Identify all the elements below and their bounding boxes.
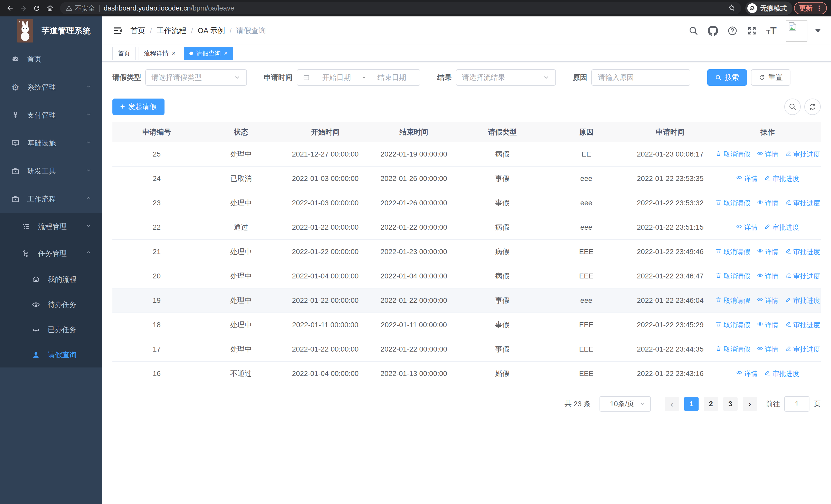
- cell-actions: 取消请假详情审批进度: [715, 321, 821, 329]
- home-icon[interactable]: [44, 2, 56, 14]
- cell-id: 16: [112, 369, 201, 378]
- browser-chrome: 不安全 dashboard.yudao.iocoder.cn/bpm/oa/le…: [0, 0, 831, 17]
- chevron-down-icon: [85, 222, 92, 231]
- cell-id: 25: [112, 150, 201, 158]
- sidebar-item[interactable]: 工作流程: [0, 185, 102, 213]
- action-cancel-leave[interactable]: 取消请假: [715, 296, 750, 305]
- update-button[interactable]: 更新 ⋮: [794, 2, 827, 14]
- action-approval-progress[interactable]: 审批进度: [785, 272, 820, 281]
- help-icon[interactable]: [727, 26, 738, 36]
- action-detail[interactable]: 详情: [757, 199, 778, 208]
- user-avatar[interactable]: [786, 20, 807, 41]
- sidebar-item-label: 待办任务: [48, 300, 77, 309]
- back-icon[interactable]: [4, 2, 16, 14]
- action-detail[interactable]: 详情: [736, 223, 757, 232]
- action-approval-progress[interactable]: 审批进度: [785, 345, 820, 354]
- action-approval-progress[interactable]: 审批进度: [785, 296, 820, 305]
- next-page-button[interactable]: ›: [743, 397, 757, 411]
- action-approval-progress[interactable]: 审批进度: [764, 369, 799, 378]
- sidebar-item[interactable]: ⚙系统管理: [0, 73, 102, 101]
- search-button[interactable]: 搜索: [707, 69, 747, 86]
- breadcrumb-item[interactable]: OA 示例: [198, 26, 225, 36]
- action-detail[interactable]: 详情: [736, 174, 757, 183]
- action-detail[interactable]: 详情: [757, 296, 778, 305]
- chevron-down-icon: [85, 167, 92, 175]
- action-detail[interactable]: 详情: [757, 345, 778, 354]
- github-icon[interactable]: [708, 26, 718, 36]
- sidebar-item[interactable]: 研发工具: [0, 157, 102, 185]
- sidebar-item[interactable]: 基础设施: [0, 129, 102, 157]
- page-button[interactable]: 2: [704, 397, 718, 411]
- bookmark-star-icon[interactable]: [728, 4, 736, 12]
- url-bar[interactable]: 不安全 dashboard.yudao.iocoder.cn/bpm/oa/le…: [60, 2, 741, 14]
- sidebar-item[interactable]: 支付管理: [0, 101, 102, 129]
- cell-actions: 详情审批进度: [715, 174, 821, 183]
- action-cancel-leave[interactable]: 取消请假: [715, 345, 750, 354]
- prev-page-button[interactable]: ‹: [665, 397, 679, 411]
- action-detail[interactable]: 详情: [757, 272, 778, 281]
- start-date-placeholder[interactable]: 开始日期: [314, 72, 359, 82]
- action-detail[interactable]: 详情: [757, 247, 778, 256]
- sidebar-item[interactable]: 请假查询: [0, 342, 102, 367]
- font-size-icon[interactable]: TT: [766, 26, 777, 36]
- trash-icon: [715, 248, 722, 256]
- sidebar-item[interactable]: 待办任务: [0, 292, 102, 317]
- tab[interactable]: 请假查询×: [184, 47, 233, 60]
- action-approval-progress[interactable]: 审批进度: [785, 321, 820, 329]
- sidebar-item-label: 已办任务: [48, 325, 77, 335]
- close-tab-icon[interactable]: ×: [224, 50, 228, 56]
- cell-start: 2022-01-04 00:00:00: [281, 272, 370, 280]
- sidebar-item[interactable]: 流程管理: [0, 213, 102, 240]
- leave-type-label: 请假类型: [112, 72, 141, 82]
- refresh-table-button[interactable]: [804, 98, 821, 115]
- collapse-sidebar-icon[interactable]: [112, 26, 123, 36]
- create-leave-button[interactable]: + 发起请假: [112, 98, 165, 115]
- tab[interactable]: 流程详情×: [139, 47, 181, 60]
- sidebar-item[interactable]: 我的流程: [0, 267, 102, 292]
- action-cancel-leave[interactable]: 取消请假: [715, 272, 750, 281]
- forward-icon[interactable]: [18, 2, 29, 14]
- action-cancel-leave[interactable]: 取消请假: [715, 321, 750, 329]
- action-label: 审批进度: [773, 223, 799, 232]
- sidebar-item[interactable]: 首页: [0, 45, 102, 73]
- page-button[interactable]: 3: [723, 397, 738, 411]
- eye-icon: [757, 345, 763, 353]
- apply-time-range-picker[interactable]: 开始日期 - 结束日期: [297, 69, 420, 86]
- action-cancel-leave[interactable]: 取消请假: [715, 150, 750, 159]
- result-select[interactable]: 请选择流结果: [456, 69, 556, 86]
- reset-button[interactable]: 重置: [751, 69, 791, 86]
- briefcase-icon: [11, 167, 20, 176]
- action-approval-progress[interactable]: 审批进度: [785, 199, 820, 208]
- breadcrumb-item[interactable]: 首页: [131, 26, 145, 36]
- breadcrumb-item[interactable]: 工作流程: [156, 26, 186, 36]
- avatar-dropdown-caret[interactable]: [815, 29, 821, 33]
- reload-icon[interactable]: [31, 2, 42, 14]
- show-search-button[interactable]: [784, 98, 801, 115]
- end-date-placeholder[interactable]: 结束日期: [370, 72, 414, 82]
- cell-start: 2022-01-03 00:00:00: [281, 175, 370, 183]
- browser-menu-icon[interactable]: ⋮: [815, 4, 823, 12]
- action-approval-progress[interactable]: 审批进度: [785, 247, 820, 256]
- sidebar-item-label: 我的流程: [48, 274, 77, 284]
- action-approval-progress[interactable]: 审批进度: [764, 174, 799, 183]
- goto-page-input[interactable]: [784, 396, 809, 412]
- action-cancel-leave[interactable]: 取消请假: [715, 247, 750, 256]
- header-search-icon[interactable]: [688, 26, 698, 36]
- action-approval-progress[interactable]: 审批进度: [785, 150, 820, 159]
- page-size-select[interactable]: 10条/页: [600, 396, 651, 412]
- fullscreen-icon[interactable]: [747, 26, 757, 36]
- tab[interactable]: 首页: [112, 47, 136, 60]
- sidebar-item[interactable]: 已办任务: [0, 317, 102, 342]
- reason-input[interactable]: [598, 73, 684, 82]
- page-button[interactable]: 1: [684, 397, 698, 411]
- leave-type-select[interactable]: 请选择请假类型: [145, 69, 247, 86]
- sidebar-item[interactable]: 任务管理: [0, 240, 102, 267]
- action-detail[interactable]: 详情: [757, 321, 778, 329]
- close-tab-icon[interactable]: ×: [172, 50, 175, 56]
- action-detail[interactable]: 详情: [736, 369, 757, 378]
- action-cancel-leave[interactable]: 取消请假: [715, 199, 750, 208]
- action-label: 详情: [765, 199, 778, 208]
- action-approval-progress[interactable]: 审批进度: [764, 223, 799, 232]
- cell-applied: 2022-01-22 23:51:15: [626, 223, 715, 232]
- action-detail[interactable]: 详情: [757, 150, 778, 159]
